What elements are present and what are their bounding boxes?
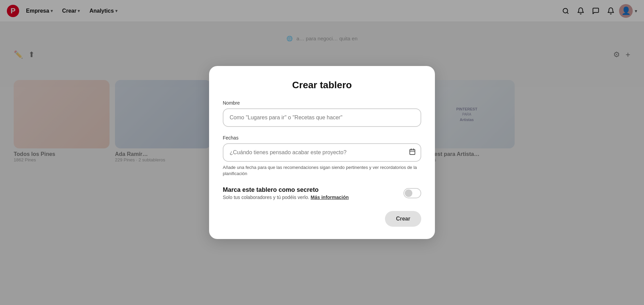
fechas-section: Fechas Añade una fecha para que las reco… bbox=[223, 135, 421, 177]
nombre-label: Nombre bbox=[223, 100, 421, 106]
fechas-label: Fechas bbox=[223, 135, 421, 141]
secret-toggle[interactable] bbox=[403, 188, 421, 198]
modal-title: Crear tablero bbox=[223, 80, 421, 91]
fechas-hint: Añade una fecha para que las recomendaci… bbox=[223, 164, 421, 177]
secret-sub: Solo tus colaboradores y tú podéis verlo… bbox=[223, 195, 349, 200]
nombre-section: Nombre bbox=[223, 100, 421, 127]
nombre-input[interactable] bbox=[223, 108, 421, 127]
crear-button[interactable]: Crear bbox=[385, 211, 421, 227]
fechas-input[interactable] bbox=[223, 143, 421, 162]
secret-section: Marca este tablero como secreto Solo tus… bbox=[223, 186, 421, 200]
create-board-modal: Crear tablero Nombre Fechas Añade bbox=[209, 66, 435, 239]
fechas-input-wrapper bbox=[223, 143, 421, 162]
secret-text: Marca este tablero como secreto Solo tus… bbox=[223, 186, 349, 200]
modal-footer: Crear bbox=[223, 211, 421, 227]
modal-overlay: Crear tablero Nombre Fechas Añade bbox=[0, 0, 644, 305]
secret-title: Marca este tablero como secreto bbox=[223, 186, 349, 194]
toggle-knob bbox=[405, 189, 412, 197]
